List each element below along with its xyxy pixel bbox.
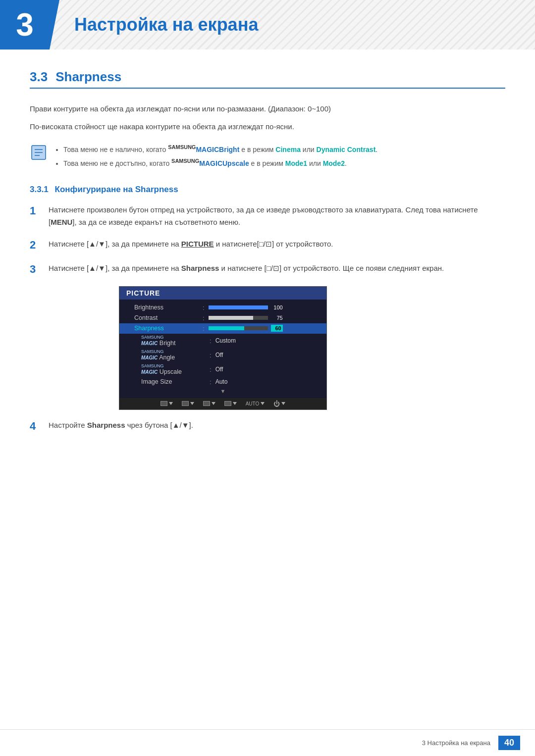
step-text-4: Настройте Sharpness чрез бутона [▲/▼].	[49, 419, 193, 432]
step-1: 1 Натиснете произволен бутон отпред на у…	[30, 203, 505, 229]
main-content: 3.3 Sharpness Прави контурите на обекта …	[0, 69, 535, 434]
step-number-1: 1	[30, 203, 42, 219]
brightness-bar-fill	[209, 305, 268, 309]
btn-icon-4	[224, 401, 231, 406]
magic-bright-value: Custom	[215, 337, 236, 344]
brightness-bar-track	[209, 305, 268, 309]
menu-item-contrast: Contrast : 75	[119, 313, 326, 323]
sharpness-bar-track	[209, 326, 268, 330]
btn-arrow-power	[281, 402, 285, 405]
btn-arrow-1	[169, 402, 173, 405]
btn-arrow-3	[212, 402, 215, 405]
description-2: По-високата стойност ще накара контурите…	[30, 120, 505, 133]
btn-arrow-4	[233, 402, 237, 405]
note-item-2: Това меню не е достъпно, когато SAMSUNGM…	[63, 156, 377, 169]
menu-item-magic-upscale: SAMSUNG MAGIC Upscale : Off	[119, 362, 326, 377]
chapter-title: Настройка на екрана	[74, 14, 258, 35]
chapter-number-block: 3	[0, 0, 50, 50]
step-4: 4 Настройте Sharpness чрез бутона [▲/▼].	[30, 419, 505, 434]
menu-label-magic-bright: SAMSUNG MAGIC Bright	[141, 335, 206, 347]
step-number-2: 2	[30, 238, 42, 253]
menu-bottom-bar: AUTO ⏻	[119, 398, 326, 409]
menu-item-image-size: Image Size : Auto	[119, 377, 326, 387]
section-title: Sharpness	[55, 69, 121, 85]
image-size-value: Auto	[215, 378, 228, 385]
description-1: Прави контурите на обекта да изглеждат п…	[30, 102, 505, 115]
note-box: Това меню не е налично, когато SAMSUNGMA…	[30, 143, 505, 171]
btn-arrow-auto	[261, 402, 265, 405]
menu-screenshot: PICTURE Brightness : 100 Contrast :	[119, 286, 327, 410]
section-heading: 3.3 Sharpness	[30, 69, 505, 89]
step-number-4: 4	[30, 419, 42, 434]
menu-label-magic-angle: SAMSUNG MAGIC Angle	[141, 350, 206, 361]
step-text-3: Натиснете [▲/▼], за да преминете на Shar…	[49, 262, 444, 275]
menu-label-contrast: Contrast	[134, 314, 199, 321]
btn-icon-2	[182, 401, 189, 406]
note-list: Това меню не е налично, когато SAMSUNGMA…	[55, 143, 377, 171]
menu-item-sharpness: Sharpness : 60	[119, 323, 326, 334]
menu-item-magic-bright: SAMSUNG MAGIC Bright : Custom	[119, 334, 326, 348]
step-number-3: 3	[30, 262, 42, 277]
menu-btn-auto: AUTO	[246, 401, 265, 406]
contrast-bar-track	[209, 316, 268, 320]
footer-page-number: 40	[498, 736, 520, 750]
menu-btn-1	[160, 401, 173, 406]
sharpness-value: 60	[271, 325, 283, 332]
magic-upscale-value: Off	[215, 366, 223, 373]
menu-label-brightness: Brightness	[134, 304, 199, 311]
step-2: 2 Натиснете [▲/▼], за да преминете на PI…	[30, 238, 505, 253]
subsection-title: Конфигуриране на Sharpness	[55, 185, 178, 194]
brightness-value: 100	[271, 304, 283, 310]
menu-items: Brightness : 100 Contrast : 75	[119, 300, 326, 398]
menu-btn-power: ⏻	[273, 400, 285, 407]
footer-chapter-label: 3 Настройка на екрана	[422, 739, 490, 747]
step-text-1: Натиснете произволен бутон отпред на уст…	[49, 203, 505, 229]
step-3: 3 Натиснете [▲/▼], за да преминете на Sh…	[30, 262, 505, 277]
chapter-number: 3	[16, 9, 34, 41]
page-header: 3 Настройка на екрана	[0, 0, 535, 50]
menu-btn-4	[224, 401, 237, 406]
contrast-bar: 75	[209, 315, 283, 321]
menu-label-image-size: Image Size	[141, 378, 206, 385]
menu-more-indicator: ▼	[119, 387, 326, 395]
contrast-bar-fill	[209, 316, 253, 320]
btn-arrow-2	[190, 402, 194, 405]
menu-btn-2	[182, 401, 194, 406]
menu-item-magic-angle: SAMSUNG MAGIC Angle : Off	[119, 348, 326, 362]
btn-icon-3	[203, 401, 210, 406]
menu-title-bar: PICTURE	[119, 287, 326, 300]
note-icon	[30, 144, 48, 161]
sharpness-bar: 60	[209, 325, 283, 332]
page-footer: 3 Настройка на екрана 40	[0, 729, 535, 756]
menu-label-magic-upscale: SAMSUNG MAGIC Upscale	[141, 364, 206, 375]
contrast-value: 75	[271, 315, 283, 321]
subsection-number: 3.3.1	[30, 185, 49, 194]
menu-btn-3	[203, 401, 215, 406]
note-item-1: Това меню не е налично, когато SAMSUNGMA…	[63, 143, 377, 155]
sharpness-bar-fill	[209, 326, 244, 330]
menu-label-sharpness: Sharpness	[134, 325, 199, 332]
pencil-icon	[31, 145, 47, 160]
magic-angle-value: Off	[215, 352, 223, 358]
section-number: 3.3	[30, 69, 48, 85]
subsection-heading: 3.3.1 Конфигуриране на Sharpness	[30, 185, 505, 195]
menu-item-brightness: Brightness : 100	[119, 302, 326, 313]
btn-icon-1	[160, 401, 167, 406]
brightness-bar: 100	[209, 304, 283, 310]
step-text-2: Натиснете [▲/▼], за да преминете на PICT…	[49, 238, 333, 251]
